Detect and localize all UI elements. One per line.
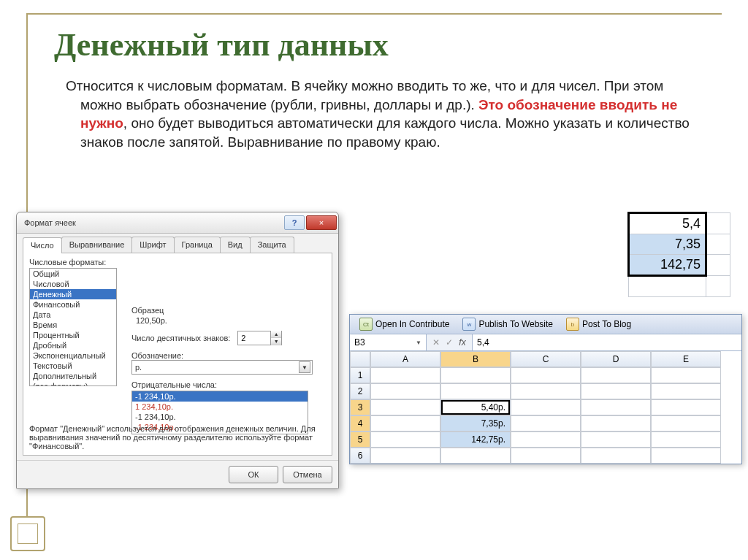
cell-value: 7,35: [629, 234, 706, 255]
col-header[interactable]: B: [440, 351, 511, 367]
decimals-input[interactable]: [238, 334, 270, 342]
cell[interactable]: [651, 383, 721, 399]
designation-value: р.: [135, 363, 142, 372]
cell[interactable]: [581, 431, 651, 448]
fx-icon[interactable]: fx: [457, 337, 468, 348]
chevron-down-icon[interactable]: ▼: [416, 340, 421, 346]
para-part-2: , оно будет выводиться автоматически для…: [80, 115, 690, 150]
cell[interactable]: 7,35р.: [440, 415, 511, 431]
format-option-selected[interactable]: Денежный: [30, 289, 116, 299]
cell[interactable]: [370, 367, 440, 383]
decimals-label: Число десятичных знаков:: [131, 334, 230, 342]
cell[interactable]: [511, 415, 581, 431]
row-header[interactable]: 1: [350, 367, 370, 383]
cell[interactable]: [511, 399, 581, 415]
cell[interactable]: 142,75р.: [440, 431, 511, 448]
col-header[interactable]: A: [370, 351, 440, 367]
cell-value: 5,4: [629, 213, 706, 234]
close-button[interactable]: ×: [306, 215, 337, 230]
cell[interactable]: [651, 448, 721, 464]
format-option[interactable]: Числовой: [30, 279, 116, 289]
cell[interactable]: [370, 415, 440, 431]
neg-option[interactable]: 1 234,10р.: [132, 402, 308, 412]
row-header[interactable]: 3: [350, 399, 370, 415]
slide-paragraph: Относится к числовым форматам. В ячейку …: [66, 77, 694, 152]
format-option[interactable]: Дробный: [30, 340, 116, 350]
format-option[interactable]: Общий: [30, 269, 116, 279]
contribute-toolbar: Ct Open In Contribute w Publish To Websi…: [350, 315, 741, 334]
neg-option[interactable]: -1 234,10р.: [132, 412, 308, 422]
format-option[interactable]: Время: [30, 320, 116, 330]
ok-button[interactable]: ОК: [229, 466, 278, 483]
help-button[interactable]: ?: [284, 215, 305, 230]
cell[interactable]: [370, 431, 440, 448]
format-option[interactable]: Дополнительный: [30, 371, 116, 381]
cell[interactable]: [511, 367, 581, 383]
decimals-spinner[interactable]: ▲▼: [237, 331, 282, 345]
spin-up-icon[interactable]: ▲: [271, 331, 281, 338]
format-option[interactable]: Дата: [30, 310, 116, 320]
open-in-contribute-button[interactable]: Ct Open In Contribute: [354, 316, 454, 332]
accept-formula-icon[interactable]: ✓: [444, 337, 454, 348]
cell[interactable]: [581, 399, 651, 415]
cell[interactable]: [651, 415, 721, 431]
cell[interactable]: [511, 448, 581, 464]
row-header[interactable]: 6: [350, 448, 370, 464]
post-label: Post To Blog: [582, 319, 631, 329]
cell[interactable]: [440, 383, 511, 399]
col-header[interactable]: E: [651, 351, 721, 367]
designation-combo[interactable]: р. ▼: [131, 360, 313, 375]
format-option[interactable]: Финансовый: [30, 299, 116, 310]
cell[interactable]: [651, 399, 721, 415]
cell[interactable]: [581, 367, 651, 383]
format-option[interactable]: Текстовый: [30, 361, 116, 371]
neg-option[interactable]: -1 234,10р.: [132, 391, 308, 402]
tab-border[interactable]: Граница: [174, 237, 221, 253]
cell[interactable]: [440, 367, 511, 383]
open-label: Open In Contribute: [375, 319, 449, 329]
formats-listbox[interactable]: Общий Числовой Денежный Финансовый Дата …: [29, 268, 117, 386]
cell[interactable]: [370, 399, 440, 415]
tab-alignment[interactable]: Выравнивание: [61, 237, 133, 253]
formula-value[interactable]: 5,4: [473, 334, 741, 350]
format-option[interactable]: Процентный: [30, 330, 116, 340]
tab-number[interactable]: Число: [23, 237, 62, 253]
cell[interactable]: [651, 431, 721, 448]
frame-line-top: [26, 13, 722, 15]
cell-value: 142,75: [629, 255, 706, 276]
format-option[interactable]: Экспоненциальный: [30, 350, 116, 361]
cell[interactable]: [581, 415, 651, 431]
dialog-tabs: Число Выравнивание Шрифт Граница Вид Защ…: [23, 237, 332, 253]
formats-label: Числовые форматы:: [29, 258, 326, 266]
col-header[interactable]: D: [581, 351, 651, 367]
select-all-corner[interactable]: [350, 351, 370, 367]
cell[interactable]: [581, 383, 651, 399]
format-option[interactable]: (все форматы): [30, 381, 116, 386]
spreadsheet-grid[interactable]: A B C D E 1 2 3 5,40р. 4 7,35р. 5 142,75…: [350, 351, 741, 464]
name-box[interactable]: B3 ▼: [350, 334, 427, 350]
cell[interactable]: [370, 383, 440, 399]
frame-ornament: [10, 516, 45, 551]
cancel-button[interactable]: Отмена: [283, 466, 332, 483]
cell[interactable]: [511, 431, 581, 448]
col-header[interactable]: C: [511, 351, 581, 367]
row-header[interactable]: 5: [350, 431, 370, 448]
cell[interactable]: [651, 367, 721, 383]
row-header[interactable]: 2: [350, 383, 370, 399]
publish-to-website-button[interactable]: w Publish To Website: [457, 316, 558, 332]
tab-font[interactable]: Шрифт: [131, 237, 174, 253]
spin-down-icon[interactable]: ▼: [271, 338, 281, 345]
tab-fill[interactable]: Вид: [220, 237, 251, 253]
cancel-formula-icon[interactable]: ✕: [431, 337, 441, 348]
post-to-blog-button[interactable]: b Post To Blog: [561, 316, 636, 332]
tab-protection[interactable]: Защита: [250, 237, 294, 253]
negative-label: Отрицательные числа:: [131, 380, 320, 389]
cell[interactable]: [440, 448, 511, 464]
chevron-down-icon[interactable]: ▼: [299, 361, 310, 373]
cell[interactable]: [581, 448, 651, 464]
cell[interactable]: [370, 448, 440, 464]
mini-spreadsheet-selection: 5,4 7,35 142,75: [627, 212, 730, 297]
row-header[interactable]: 4: [350, 415, 370, 431]
cell[interactable]: [511, 383, 581, 399]
active-cell[interactable]: 5,40р.: [440, 399, 511, 415]
